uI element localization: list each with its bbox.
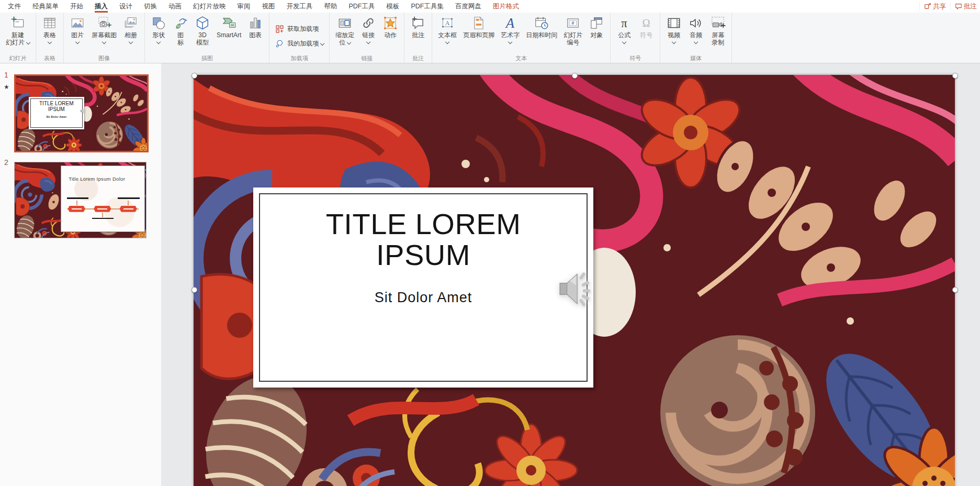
menu-tab-模板[interactable]: 模板 — [381, 0, 405, 13]
ribbon-group-label: 媒体 — [660, 54, 731, 62]
menu-tab-经典菜单[interactable]: 经典菜单 — [27, 0, 64, 13]
menu-tab-设计[interactable]: 设计 — [114, 0, 138, 13]
ribbon-button-屏幕截图[interactable]: 屏幕截图 — [88, 14, 120, 45]
title-placeholder[interactable]: TITLE LOREM IPSUM Sit Dolor Amet — [253, 187, 593, 388]
ribbon-button-label: 动作 — [384, 31, 397, 39]
svg-text:Ω: Ω — [643, 17, 650, 29]
ribbon-button-label: 视频 — [668, 31, 680, 39]
menu-tab-切换[interactable]: 切换 — [138, 0, 163, 13]
selection-handle-top-left[interactable] — [192, 73, 197, 79]
slide-2-timeline-note — [67, 197, 88, 199]
menu-tab-审阅[interactable]: 审阅 — [232, 0, 256, 13]
comment-button[interactable]: 批注 — [950, 2, 980, 11]
slide-thumbnail-2[interactable]: Title Lorem Ipsum Dolor — [14, 162, 147, 238]
menu-tab-视图[interactable]: 视图 — [256, 0, 281, 13]
ribbon-button-图表[interactable]: 图表 — [244, 14, 266, 40]
slide-canvas[interactable]: TITLE LOREM IPSUM Sit Dolor Amet — [194, 75, 955, 486]
slide-2-content-panel: Title Lorem Ipsum Dolor — [61, 165, 145, 232]
ribbon-button-label: 缩放定 位 — [335, 31, 354, 46]
ribbon-button-图片[interactable]: 图片 — [66, 14, 88, 45]
chart-icon — [247, 15, 263, 31]
ribbon-button-表格[interactable]: 表格 — [39, 14, 61, 45]
menu-right-actions: 共享 批注 — [919, 0, 980, 13]
slide-1-audio-icon — [80, 107, 86, 115]
menu-tab-开始[interactable]: 开始 — [64, 0, 89, 13]
ribbon-button-label: 音频 — [690, 31, 702, 39]
ribbon-button-艺术字[interactable]: A艺术字 — [498, 14, 523, 45]
svg-text:π: π — [622, 17, 628, 30]
slide-2-timeline-tick — [128, 201, 129, 205]
ribbon-group-媒体: 视频音频屏幕 录制媒体 — [660, 13, 732, 63]
menu-tab-图片格式[interactable]: 图片格式 — [487, 0, 525, 13]
screen-record-icon — [710, 15, 726, 31]
ribbon-group-label: 表格 — [36, 54, 63, 62]
svg-text:A: A — [505, 15, 515, 31]
share-button[interactable]: 共享 — [919, 2, 950, 11]
ribbon-button-屏幕录制[interactable]: 屏幕 录制 — [707, 14, 729, 47]
ribbon-button-页眉和页脚[interactable]: 页眉和页脚 — [460, 14, 498, 40]
menu-tab-PDF工具[interactable]: PDF工具 — [343, 0, 381, 13]
ribbon-button-批注[interactable]: 批注 — [407, 14, 429, 40]
ribbon-button-3D模型[interactable]: 3D 模型 — [192, 14, 213, 47]
slide-2-timeline-note — [92, 218, 114, 219]
chevron-down-icon — [694, 40, 698, 44]
ribbon-button-链接[interactable]: 链接 — [357, 14, 379, 45]
menu-tab-百度网盘[interactable]: 百度网盘 — [449, 0, 487, 13]
ribbon-button-相册[interactable]: 相册 — [120, 14, 142, 45]
slide-2-timeline-tick — [102, 213, 103, 217]
menu-tab-PDF工具集[interactable]: PDF工具集 — [405, 0, 450, 13]
menu-tab-动画[interactable]: 动画 — [163, 0, 187, 13]
menu-tab-插入[interactable]: 插入 — [89, 0, 114, 13]
editing-canvas: TITLE LOREM IPSUM Sit Dolor Amet — [161, 63, 980, 486]
selection-handle-middle-right[interactable] — [952, 287, 958, 293]
ribbon-button-SmartArt[interactable]: SmartArt — [213, 14, 244, 40]
menu-tab-帮助[interactable]: 帮助 — [319, 0, 343, 13]
action-icon — [382, 15, 398, 31]
ribbon-button-缩放定位[interactable]: 缩放定 位 — [332, 14, 357, 47]
menu-tab-文件[interactable]: 文件 — [2, 0, 27, 13]
ribbon-button-文本框[interactable]: A文本框 — [435, 14, 460, 45]
wordart-icon: A — [502, 15, 518, 31]
ribbon-button-label: 批注 — [412, 31, 424, 39]
ribbon-group-label: 加载项 — [269, 54, 329, 62]
ribbon-button-对象[interactable]: 对象 — [585, 14, 607, 40]
menu-tab-幻灯片放映[interactable]: 幻灯片放映 — [187, 0, 232, 13]
slide-number-icon: # — [565, 15, 581, 31]
ribbon-button-视频[interactable]: 视频 — [663, 14, 685, 45]
ribbon-button-音频[interactable]: 音频 — [685, 14, 707, 45]
ribbon-button-label: 页眉和页脚 — [463, 31, 494, 39]
new-slide-icon — [10, 15, 26, 31]
ribbon-group-批注: 批注批注 — [404, 13, 432, 63]
ribbon-button-图标[interactable]: 图 标 — [170, 14, 192, 47]
ribbon-button-label: 新建 幻灯片 — [6, 31, 30, 46]
menu-tab-开发工具[interactable]: 开发工具 — [281, 0, 319, 13]
photo-album-icon — [123, 15, 139, 31]
ribbon-button-公式[interactable]: π公式 — [613, 14, 635, 45]
ribbon-button-动作[interactable]: 动作 — [379, 14, 401, 40]
ribbon-button-日期和时间[interactable]: 日期和时间 — [523, 14, 560, 40]
chevron-down-icon — [320, 41, 324, 46]
slide-1-title-box: TITLE LOREM IPSUM Sit Dolor Amet — [29, 97, 84, 129]
ribbon-button-我的加载项[interactable]: 我的加载项 — [272, 38, 326, 49]
selection-handle-top-right[interactable] — [952, 73, 958, 79]
slide-2-title: Title Lorem Ipsum Dolor — [69, 176, 125, 182]
ribbon-button-幻灯片编号[interactable]: #幻灯片 编号 — [560, 14, 585, 47]
ribbon-group-label: 链接 — [330, 54, 404, 62]
ribbon-button-获取加载项[interactable]: 获取加载项 — [272, 24, 321, 35]
selection-handle-middle-left[interactable] — [192, 287, 197, 293]
chevron-down-icon — [508, 40, 512, 44]
video-icon — [666, 15, 682, 31]
ribbon-group-label: 文本 — [432, 54, 610, 62]
ribbon-group-表格: 表格表格 — [36, 13, 64, 63]
audio-icon — [688, 15, 704, 31]
ribbon-button-形状[interactable]: 形状 — [148, 14, 170, 45]
ribbon-button-新建幻灯片[interactable]: 新建 幻灯片 — [3, 14, 33, 47]
audio-speaker-icon[interactable] — [557, 269, 591, 310]
svg-text:A: A — [445, 20, 450, 27]
chevron-down-icon — [445, 40, 449, 44]
selection-handle-top-center[interactable] — [572, 73, 578, 79]
menu-tabs: 文件经典菜单开始插入设计切换动画幻灯片放映审阅视图开发工具帮助PDF工具模板PD… — [2, 0, 525, 13]
ribbon-button-label: 获取加载项 — [287, 25, 319, 32]
slide-thumbnail-1[interactable]: TITLE LOREM IPSUM Sit Dolor Amet — [14, 74, 149, 152]
ribbon-button-label: 图 标 — [177, 31, 184, 46]
